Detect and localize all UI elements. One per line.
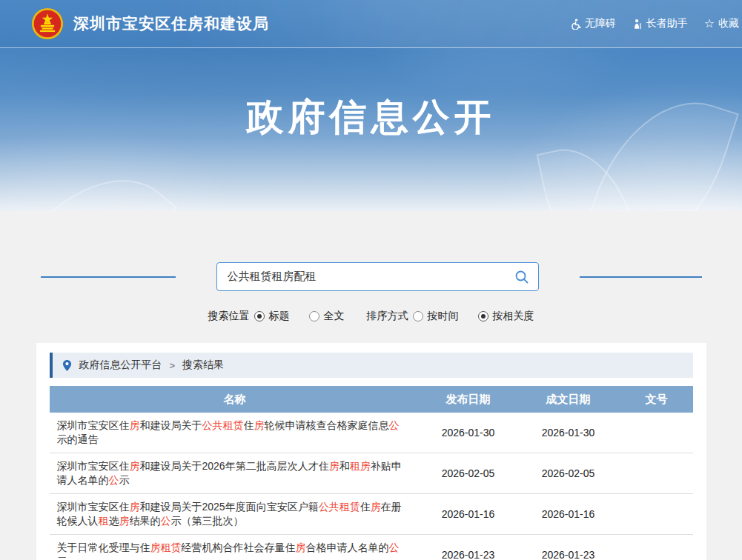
star-icon: ☆	[704, 18, 715, 30]
title-text: 关于日常化受理与住	[57, 541, 150, 553]
radio-fulltext[interactable]	[309, 311, 319, 321]
breadcrumb: 政府信息公开平台 > 搜索结果	[50, 353, 693, 378]
radio-bytime[interactable]	[413, 311, 423, 321]
decorative-line-left	[41, 276, 176, 278]
site-title: 深圳市宝安区住房和建设局	[73, 13, 269, 34]
column-header-name: 名称	[50, 386, 420, 413]
keyword-highlight: 房	[130, 419, 140, 431]
search-box	[216, 262, 539, 291]
title-text: 示的通告	[57, 433, 99, 445]
header-utilities: 无障碍 长者助手 ☆ 收藏	[570, 17, 739, 30]
site-header: 深圳市宝安区住房和建设局 无障碍 长者助手 ☆ 收藏	[0, 0, 742, 48]
accessibility-button[interactable]: 无障碍	[570, 17, 616, 30]
flower-decoration	[8, 146, 177, 211]
search-options: 搜索位置 标题 全文 排序方式 按时间 按相关度	[0, 310, 742, 323]
keyword-highlight: 公共租赁	[202, 419, 244, 431]
decorative-line-right	[580, 276, 702, 278]
title-text: 示（第三批次）	[171, 515, 244, 527]
table-row: 深圳市宝安区住房和建设局关于2025年度面向宝安区户籍公共租赁住房在册轮候人认租…	[50, 494, 693, 535]
doc-number-cell	[620, 413, 693, 453]
page-title: 政府信息公开	[0, 48, 742, 142]
radio-option-byrelevance[interactable]: 按相关度	[478, 310, 534, 323]
column-header-doc-number: 文号	[620, 386, 693, 413]
radio-option-title[interactable]: 标题	[254, 310, 290, 323]
accessibility-icon	[570, 19, 581, 30]
keyword-highlight: 租房	[350, 460, 371, 472]
keyword-highlight: 房	[296, 541, 306, 553]
result-title-cell: 关于日常化受理与住房租赁经营机构合作社会存量住房合格申请人名单的公示	[50, 535, 420, 560]
title-text: 合格申请人名单的	[306, 541, 389, 553]
keyword-highlight: 房	[371, 501, 381, 513]
doc-number-cell	[620, 494, 693, 535]
results-card: 政府信息公开平台 > 搜索结果 名称 发布日期 成文日期 文号 深圳市宝安区住房…	[36, 343, 706, 560]
results-table: 名称 发布日期 成文日期 文号 深圳市宝安区住房和建设局关于公共租赁住房轮候申请…	[50, 386, 693, 560]
result-title-cell: 深圳市宝安区住房和建设局关于2026年第二批高层次人才住房和租房补贴申请人名单的…	[50, 453, 420, 494]
radio-title-label: 标题	[269, 310, 290, 323]
keyword-highlight: 房	[130, 460, 140, 472]
favorite-label: 收藏	[718, 17, 739, 30]
result-title-link[interactable]: 关于日常化受理与住房租赁经营机构合作社会存量住房合格申请人名单的公示	[57, 541, 400, 560]
doc-number-cell	[620, 453, 693, 494]
publish-date-cell: 2026-01-23	[420, 535, 517, 560]
banner: 政府信息公开	[0, 48, 742, 211]
title-text: 轮候申请核查合格家庭信息	[265, 419, 389, 431]
title-text: 和	[339, 460, 350, 472]
title-text: 和建设局关于2025年度面向宝安区户籍	[140, 501, 319, 513]
search-section: 搜索位置 标题 全文 排序方式 按时间 按相关度	[0, 211, 742, 323]
breadcrumb-platform-link[interactable]: 政府信息公开平台	[79, 359, 162, 372]
table-row: 关于日常化受理与住房租赁经营机构合作社会存量住房合格申请人名单的公示2026-0…	[50, 535, 693, 560]
title-text: 住	[244, 419, 254, 431]
document-date-cell: 2026-01-16	[517, 494, 620, 535]
document-date-cell: 2026-01-23	[517, 535, 620, 560]
keyword-highlight: 房	[254, 419, 265, 431]
radio-byrelevance-selected[interactable]	[478, 311, 488, 321]
result-title-link[interactable]: 深圳市宝安区住房和建设局关于2025年度面向宝安区户籍公共租赁住房在册轮候人认租…	[57, 501, 402, 527]
result-title-link[interactable]: 深圳市宝安区住房和建设局关于2026年第二批高层次人才住房和租房补贴申请人名单的…	[57, 460, 402, 486]
location-pin-icon	[62, 359, 72, 372]
title-text: 示	[119, 474, 130, 486]
elder-helper-button[interactable]: 长者助手	[632, 17, 688, 30]
title-text: 结果的	[130, 515, 161, 527]
title-text: 住	[360, 501, 371, 513]
document-date-cell: 2026-01-30	[517, 413, 620, 453]
search-icon	[514, 270, 529, 284]
search-button[interactable]	[506, 263, 538, 290]
radio-title-selected[interactable]	[254, 311, 265, 321]
radio-fulltext-label: 全文	[324, 310, 345, 323]
radio-option-bytime[interactable]: 按时间	[413, 310, 459, 323]
elder-helper-label: 长者助手	[646, 17, 688, 30]
sort-mode-label: 排序方式	[367, 310, 408, 323]
radio-byrelevance-label: 按相关度	[493, 310, 534, 323]
publish-date-cell: 2026-01-30	[420, 413, 517, 453]
title-text: 和建设局关于2026年第二批高层次人才住	[140, 460, 329, 472]
keyword-highlight: 房	[329, 460, 339, 472]
keyword-highlight: 租	[99, 515, 109, 527]
column-header-document-date: 成文日期	[517, 386, 620, 413]
title-text: 深圳市宝安区住	[57, 419, 130, 431]
keyword-highlight: 房租赁	[150, 541, 182, 553]
breadcrumb-separator: >	[170, 360, 176, 371]
column-header-publish-date: 发布日期	[420, 386, 517, 413]
title-text: 经营机构合作社会存量住	[182, 541, 296, 553]
table-header-row: 名称 发布日期 成文日期 文号	[50, 386, 693, 413]
title-text: 深圳市宝安区住	[57, 501, 130, 513]
publish-date-cell: 2026-02-05	[420, 453, 517, 494]
search-position-label: 搜索位置	[208, 310, 250, 323]
results-body: 深圳市宝安区住房和建设局关于公共租赁住房轮候申请核查合格家庭信息公示的通告202…	[50, 413, 693, 560]
keyword-highlight: 公	[389, 419, 400, 431]
radio-option-fulltext[interactable]: 全文	[309, 310, 345, 323]
keyword-highlight: 房	[130, 501, 140, 513]
favorite-button[interactable]: ☆ 收藏	[704, 17, 739, 30]
table-row: 深圳市宝安区住房和建设局关于公共租赁住房轮候申请核查合格家庭信息公示的通告202…	[50, 413, 693, 453]
result-title-link[interactable]: 深圳市宝安区住房和建设局关于公共租赁住房轮候申请核查合格家庭信息公示的通告	[57, 419, 400, 445]
title-text: 示	[57, 556, 67, 560]
result-title-cell: 深圳市宝安区住房和建设局关于2025年度面向宝安区户籍公共租赁住房在册轮候人认租…	[50, 494, 420, 535]
result-title-cell: 深圳市宝安区住房和建设局关于公共租赁住房轮候申请核查合格家庭信息公示的通告	[50, 413, 420, 453]
title-text: 选	[109, 515, 119, 527]
breadcrumb-current: 搜索结果	[182, 359, 224, 372]
keyword-highlight: 公共租赁	[319, 501, 360, 513]
search-input[interactable]	[217, 263, 506, 290]
national-emblem-logo	[31, 7, 64, 40]
table-row: 深圳市宝安区住房和建设局关于2026年第二批高层次人才住房和租房补贴申请人名单的…	[50, 453, 693, 494]
keyword-highlight: 房	[119, 515, 130, 527]
